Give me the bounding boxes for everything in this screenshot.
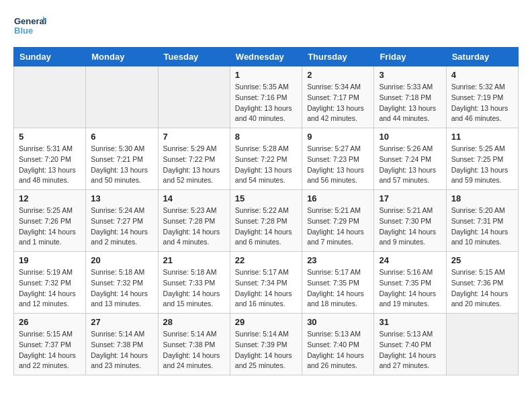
day-info: Sunrise: 5:13 AM Sunset: 7:40 PM Dayligh… <box>379 329 441 371</box>
calendar-cell: 29Sunrise: 5:14 AM Sunset: 7:39 PM Dayli… <box>230 314 302 375</box>
day-info: Sunrise: 5:14 AM Sunset: 7:39 PM Dayligh… <box>235 329 297 371</box>
day-info: Sunrise: 5:25 AM Sunset: 7:25 PM Dayligh… <box>451 144 513 186</box>
day-info: Sunrise: 5:17 AM Sunset: 7:34 PM Dayligh… <box>235 267 297 310</box>
calendar-cell: 18Sunrise: 5:20 AM Sunset: 7:31 PM Dayli… <box>446 190 518 252</box>
day-info: Sunrise: 5:25 AM Sunset: 7:26 PM Dayligh… <box>19 205 81 248</box>
day-number: 28 <box>163 317 225 327</box>
day-number: 17 <box>379 193 441 203</box>
calendar-cell: 9Sunrise: 5:27 AM Sunset: 7:23 PM Daylig… <box>302 128 374 190</box>
day-info: Sunrise: 5:16 AM Sunset: 7:35 PM Dayligh… <box>379 267 441 310</box>
day-info: Sunrise: 5:23 AM Sunset: 7:28 PM Dayligh… <box>163 205 225 248</box>
day-number: 22 <box>235 255 297 265</box>
calendar-cell: 10Sunrise: 5:26 AM Sunset: 7:24 PM Dayli… <box>374 128 446 190</box>
calendar-cell: 30Sunrise: 5:13 AM Sunset: 7:40 PM Dayli… <box>302 314 374 375</box>
calendar-week-5: 26Sunrise: 5:15 AM Sunset: 7:37 PM Dayli… <box>14 314 519 375</box>
day-number: 8 <box>235 132 297 142</box>
day-info: Sunrise: 5:24 AM Sunset: 7:27 PM Dayligh… <box>91 205 152 248</box>
calendar-cell: 25Sunrise: 5:15 AM Sunset: 7:36 PM Dayli… <box>446 252 518 314</box>
day-number: 2 <box>307 70 369 80</box>
calendar-table: SundayMondayTuesdayWednesdayThursdayFrid… <box>13 47 519 375</box>
day-info: Sunrise: 5:19 AM Sunset: 7:32 PM Dayligh… <box>19 267 81 310</box>
day-number: 4 <box>451 70 513 80</box>
day-info: Sunrise: 5:33 AM Sunset: 7:18 PM Dayligh… <box>379 82 441 124</box>
day-info: Sunrise: 5:26 AM Sunset: 7:24 PM Dayligh… <box>379 144 441 186</box>
day-number: 13 <box>91 193 152 203</box>
calendar-cell: 8Sunrise: 5:28 AM Sunset: 7:22 PM Daylig… <box>230 128 302 190</box>
day-number: 19 <box>19 255 81 265</box>
day-info: Sunrise: 5:17 AM Sunset: 7:35 PM Dayligh… <box>307 267 369 310</box>
calendar-cell: 22Sunrise: 5:17 AM Sunset: 7:34 PM Dayli… <box>230 252 302 314</box>
calendar-cell: 11Sunrise: 5:25 AM Sunset: 7:25 PM Dayli… <box>446 128 518 190</box>
day-header-wednesday: Wednesday <box>230 48 302 66</box>
logo: General Blue <box>13 13 47 42</box>
day-number: 29 <box>235 317 297 327</box>
calendar-cell: 5Sunrise: 5:31 AM Sunset: 7:20 PM Daylig… <box>14 128 86 190</box>
day-number: 10 <box>379 132 441 142</box>
calendar-cell: 24Sunrise: 5:16 AM Sunset: 7:35 PM Dayli… <box>374 252 446 314</box>
day-info: Sunrise: 5:14 AM Sunset: 7:38 PM Dayligh… <box>91 329 152 371</box>
day-number: 25 <box>451 255 513 265</box>
calendar-cell: 7Sunrise: 5:29 AM Sunset: 7:22 PM Daylig… <box>158 128 230 190</box>
calendar-cell: 28Sunrise: 5:14 AM Sunset: 7:38 PM Dayli… <box>158 314 230 375</box>
calendar-cell: 21Sunrise: 5:18 AM Sunset: 7:33 PM Dayli… <box>158 252 230 314</box>
day-info: Sunrise: 5:31 AM Sunset: 7:20 PM Dayligh… <box>19 144 81 186</box>
day-info: Sunrise: 5:15 AM Sunset: 7:37 PM Dayligh… <box>19 329 81 371</box>
calendar-cell: 19Sunrise: 5:19 AM Sunset: 7:32 PM Dayli… <box>14 252 86 314</box>
day-info: Sunrise: 5:13 AM Sunset: 7:40 PM Dayligh… <box>307 329 369 371</box>
calendar-cell: 15Sunrise: 5:22 AM Sunset: 7:28 PM Dayli… <box>230 190 302 252</box>
day-number: 16 <box>307 193 369 203</box>
day-header-friday: Friday <box>374 48 446 66</box>
day-number: 14 <box>163 193 225 203</box>
day-info: Sunrise: 5:27 AM Sunset: 7:23 PM Dayligh… <box>307 144 369 186</box>
calendar-cell: 26Sunrise: 5:15 AM Sunset: 7:37 PM Dayli… <box>14 314 86 375</box>
day-info: Sunrise: 5:18 AM Sunset: 7:33 PM Dayligh… <box>163 267 225 310</box>
calendar-cell: 12Sunrise: 5:25 AM Sunset: 7:26 PM Dayli… <box>14 190 86 252</box>
day-number: 20 <box>91 255 152 265</box>
calendar-cell: 14Sunrise: 5:23 AM Sunset: 7:28 PM Dayli… <box>158 190 230 252</box>
day-number: 18 <box>451 193 513 203</box>
calendar-cell: 3Sunrise: 5:33 AM Sunset: 7:18 PM Daylig… <box>374 66 446 128</box>
calendar-cell: 2Sunrise: 5:34 AM Sunset: 7:17 PM Daylig… <box>302 66 374 128</box>
day-info: Sunrise: 5:30 AM Sunset: 7:21 PM Dayligh… <box>91 144 152 186</box>
day-header-tuesday: Tuesday <box>158 48 230 66</box>
day-number: 12 <box>19 193 81 203</box>
day-number: 11 <box>451 132 513 142</box>
calendar-cell: 17Sunrise: 5:21 AM Sunset: 7:30 PM Dayli… <box>374 190 446 252</box>
page-header: General Blue <box>13 13 519 42</box>
calendar-week-2: 5Sunrise: 5:31 AM Sunset: 7:20 PM Daylig… <box>14 128 519 190</box>
calendar-week-3: 12Sunrise: 5:25 AM Sunset: 7:26 PM Dayli… <box>14 190 519 252</box>
calendar-cell <box>14 66 86 128</box>
calendar-week-4: 19Sunrise: 5:19 AM Sunset: 7:32 PM Dayli… <box>14 252 519 314</box>
day-number: 5 <box>19 132 81 142</box>
day-number: 7 <box>163 132 225 142</box>
day-number: 21 <box>163 255 225 265</box>
day-info: Sunrise: 5:22 AM Sunset: 7:28 PM Dayligh… <box>235 205 297 248</box>
calendar-cell: 20Sunrise: 5:18 AM Sunset: 7:32 PM Dayli… <box>86 252 158 314</box>
day-info: Sunrise: 5:18 AM Sunset: 7:32 PM Dayligh… <box>91 267 152 310</box>
day-number: 31 <box>379 317 441 327</box>
day-header-monday: Monday <box>86 48 158 66</box>
day-header-thursday: Thursday <box>302 48 374 66</box>
day-number: 27 <box>91 317 152 327</box>
day-info: Sunrise: 5:20 AM Sunset: 7:31 PM Dayligh… <box>451 205 513 248</box>
calendar-week-1: 1Sunrise: 5:35 AM Sunset: 7:16 PM Daylig… <box>14 66 519 128</box>
day-number: 26 <box>19 317 81 327</box>
calendar-cell <box>158 66 230 128</box>
day-info: Sunrise: 5:35 AM Sunset: 7:16 PM Dayligh… <box>235 82 297 124</box>
day-number: 9 <box>307 132 369 142</box>
calendar-cell: 16Sunrise: 5:21 AM Sunset: 7:29 PM Dayli… <box>302 190 374 252</box>
calendar-cell <box>446 314 518 375</box>
calendar-cell: 31Sunrise: 5:13 AM Sunset: 7:40 PM Dayli… <box>374 314 446 375</box>
day-info: Sunrise: 5:34 AM Sunset: 7:17 PM Dayligh… <box>307 82 369 124</box>
day-info: Sunrise: 5:32 AM Sunset: 7:19 PM Dayligh… <box>451 82 513 124</box>
calendar-cell: 1Sunrise: 5:35 AM Sunset: 7:16 PM Daylig… <box>230 66 302 128</box>
day-info: Sunrise: 5:14 AM Sunset: 7:38 PM Dayligh… <box>163 329 225 371</box>
calendar-header-row: SundayMondayTuesdayWednesdayThursdayFrid… <box>14 48 519 66</box>
day-header-saturday: Saturday <box>446 48 518 66</box>
logo-icon: General Blue <box>13 13 47 42</box>
day-info: Sunrise: 5:15 AM Sunset: 7:36 PM Dayligh… <box>451 267 513 310</box>
svg-text:General: General <box>14 16 46 26</box>
day-number: 30 <box>307 317 369 327</box>
day-header-sunday: Sunday <box>14 48 86 66</box>
day-info: Sunrise: 5:21 AM Sunset: 7:30 PM Dayligh… <box>379 205 441 248</box>
